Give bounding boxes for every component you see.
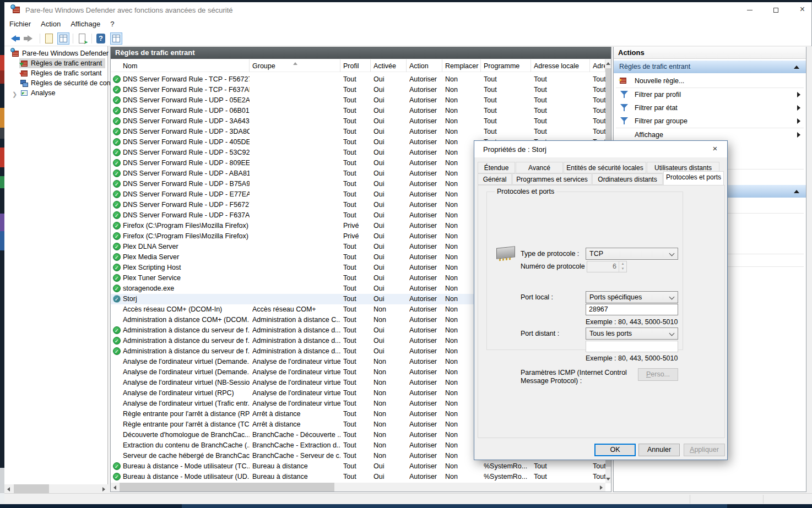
column-header-activ-e[interactable]: Activée [371,59,407,72]
maximize-button[interactable] [764,2,788,18]
tab-programmes-et-services[interactable]: Programmes et services [512,173,592,185]
action-item-5[interactable]: Affichage [614,128,806,141]
outbound-rules-icon [20,69,29,78]
export-list-icon[interactable] [43,32,55,45]
sort-ascending-icon [293,60,297,65]
scroll-thumb[interactable] [120,483,334,491]
scroll-left-icon[interactable] [7,487,10,491]
menu-item[interactable]: Affichage [66,18,105,30]
cell-profil: Tout [343,116,371,127]
tree-horizontal-scrollbar[interactable] [4,484,108,493]
local-port-input[interactable]: 28967 [586,304,678,315]
tree-root-item[interactable]: Pare-feu Windows Defender av [4,48,107,58]
cell-groupe: Administration à distance d... [252,346,340,357]
show-action-pane-toggle-icon[interactable] [110,32,122,45]
scroll-up-icon[interactable] [606,62,610,65]
scroll-left-icon[interactable] [113,485,116,490]
column-header-remplacer[interactable]: Remplacer [442,59,481,72]
rule-enabled-icon: ✓ [113,222,121,230]
tab-protocoles-et-ports[interactable]: Protocoles et ports [663,171,724,185]
tab-entit-s-de-s-curit-locales[interactable]: Entités de sécurité locales [564,162,646,173]
tab-ordinateurs-distants[interactable]: Ordinateurs distants [592,173,663,185]
show-console-tree-toggle-icon[interactable] [57,32,69,45]
table-row[interactable]: ✓DNS Server Forward Rule - TCP - F567272… [111,74,605,85]
tab-avanc-[interactable]: Avancé [516,162,563,173]
cell-action: Autoriser [409,127,442,137]
action-item-4[interactable]: Filtrer par groupe [614,114,806,128]
help-icon[interactable]: ? [95,32,107,45]
chevron-down-icon [669,294,675,300]
menu-item[interactable]: Action [36,18,66,30]
column-header-programme[interactable]: Programme [481,59,531,72]
cell-activee: Oui [373,461,407,472]
sidebar-item-1[interactable]: Règles de trafic entrant [4,58,107,68]
ok-button[interactable]: OK [594,444,636,456]
table-row[interactable]: ✓DNS Server Forward Rule - TCP - F637AF.… [111,85,605,95]
dialog-close-icon[interactable]: × [707,142,723,155]
back-arrow-icon[interactable] [10,32,22,45]
cell-profil: Tout [343,388,371,398]
action-item-1[interactable]: ✦Nouvelle règle... [614,74,806,88]
actions-section-inbound-rules[interactable]: Règles de trafic entrant [614,61,806,73]
cell-groupe: Administration à distance d... [252,325,340,336]
cell-groupe [252,137,340,148]
sidebar-item-2[interactable]: Règles de trafic sortant [4,68,107,78]
table-row[interactable]: ✓DNS Server Forward Rule - UDP - 3A6438.… [111,116,605,127]
scroll-right-icon[interactable] [600,485,603,490]
cell-groupe: Analyse de l'ordinateur virtuel [252,398,340,409]
cell-activee: Non [373,357,407,367]
cell-profil: Tout [343,378,371,388]
export-icon[interactable] [76,32,88,45]
list-horizontal-scrollbar[interactable] [111,483,605,491]
table-row[interactable]: ✓DNS Server Forward Rule - UDP - 05E2A9.… [111,95,605,106]
scroll-right-icon[interactable] [102,487,105,491]
table-row[interactable]: ✓DNS Server Forward Rule - UDP - 3DA8CE.… [111,127,605,137]
cell-groupe [252,95,340,106]
table-row[interactable]: ✓Bureau à distance - Mode utilisateur (U… [111,472,605,482]
cancel-button[interactable]: Annuler [638,444,680,456]
column-header-nom[interactable]: Nom [111,59,250,72]
actions-panel-title: Actions [614,47,806,59]
tab--tendue[interactable]: Étendue [478,162,515,173]
sidebar-item-3[interactable]: Règles de sécurité de conne [4,78,107,88]
cell-profil: Tout [343,294,371,304]
protocol-type-select[interactable]: TCP [586,248,678,260]
titlebar: Pare-feu Windows Defender avec fonctions… [4,2,811,18]
scroll-thumb[interactable] [14,484,49,493]
chevron-right-icon[interactable]: ❯ [12,89,17,99]
cell-activee: Oui [373,294,407,304]
column-header-profil[interactable]: Profil [340,59,371,72]
action-item-2[interactable]: Filtrer par profil [614,88,806,101]
column-header-groupe[interactable]: Groupe [250,59,340,72]
table-row[interactable]: ✓DNS Server Forward Rule - UDP - 06B01D.… [111,106,605,116]
action-item-3[interactable]: Filtrer par état [614,101,806,114]
table-row[interactable]: ✓Bureau à distance - Mode utilisateur (T… [111,461,605,472]
cell-action: Autoriser [409,95,442,106]
cell-activee: Non [373,367,407,378]
minimize-button[interactable] [737,2,762,18]
cell-action: Autoriser [409,430,442,440]
desktop-icon-sliver [0,70,4,84]
tab-g-n-ral[interactable]: Général [478,173,512,185]
connection-security-icon [20,79,29,88]
cell-remplacer: Non [445,85,481,95]
cell-activee: Oui [373,283,407,294]
sidebar-item-4[interactable]: ❯Analyse [4,88,107,98]
cell-action: Autoriser [409,294,442,304]
tab-page: Protocoles et ports Type de protocole : … [478,185,725,438]
forward-arrow-icon[interactable] [25,32,37,45]
column-header-adresse-locale[interactable]: Adresse locale [531,59,590,72]
cell-name: Administration à distance COM+ (DCOM... [123,315,250,325]
submenu-arrow-icon [797,105,800,111]
local-port-select[interactable]: Ports spécifiques [586,291,678,303]
menu-item[interactable]: ? [105,18,119,30]
cell-profil: Tout [343,419,371,430]
scroll-down-icon[interactable] [606,478,610,480]
remote-port-select[interactable]: Tous les ports [586,327,678,340]
cell-adresse_locale: Tout [534,116,590,127]
column-header-adre[interactable]: Adre [590,59,605,72]
close-button[interactable]: × [790,2,812,18]
cell-profil: Tout [343,168,371,179]
column-header-action[interactable]: Action [407,59,442,72]
menu-item[interactable]: Fichier [4,18,36,30]
